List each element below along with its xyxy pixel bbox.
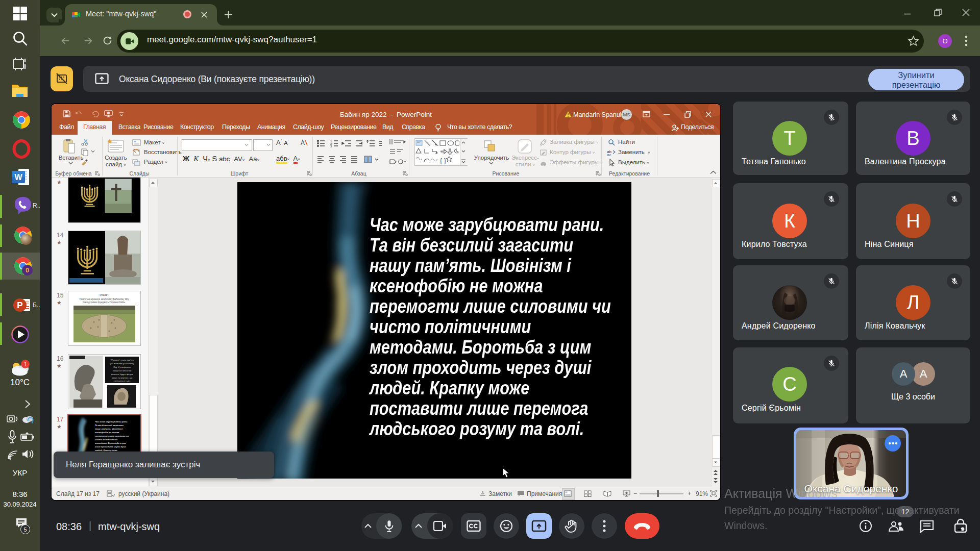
svg-text:P: P [17, 300, 22, 310]
svg-text:W: W [14, 173, 22, 182]
